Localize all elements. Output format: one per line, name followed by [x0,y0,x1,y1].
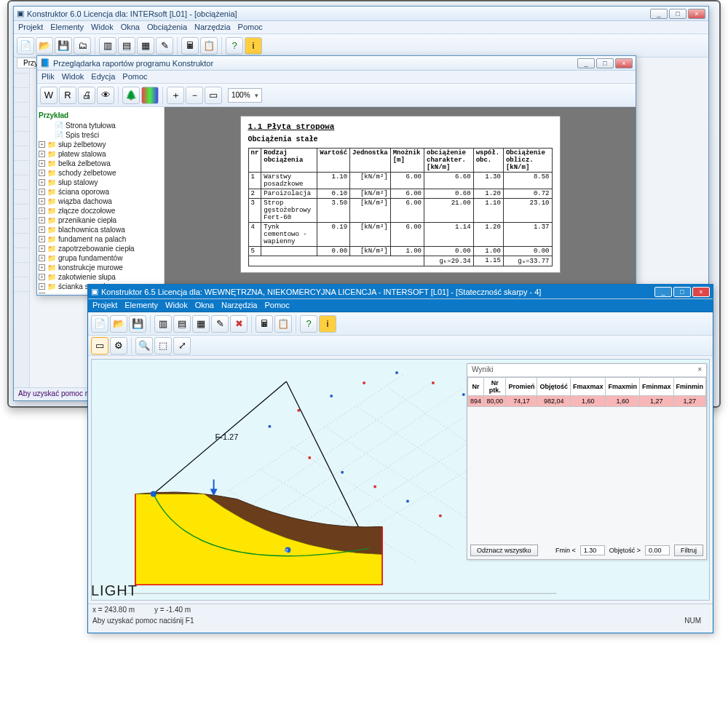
tb3-new-icon[interactable]: 📄 [91,315,108,333]
w2-menu-pomoc[interactable]: Pomoc [122,72,147,82]
tb3-layers-icon[interactable]: ▤ [173,315,191,333]
tree-expand-icon[interactable]: + [39,264,45,271]
tree-node[interactable]: +📁ściana oporowa [39,187,162,197]
tree-node[interactable]: +📁schody żelbetowe [39,168,162,178]
report-tree[interactable]: Przykład 📄Strona tytułowa📄Spis treści+📁s… [37,107,165,293]
tree-expand-icon[interactable]: + [39,236,45,242]
w2-titlebar[interactable]: 📘 Przeglądarka raportów programu Konstru… [37,56,636,71]
tree-expand-icon[interactable]: + [39,207,45,214]
w3-menu-pomoc[interactable]: Pomoc [265,301,290,310]
w3-titlebar[interactable]: ▣ Konstruktor 6.5 Licencja dla: WEWNĘTRZ… [88,285,713,299]
tree-expand-icon[interactable]: + [39,160,45,167]
tb-tool2-icon[interactable]: ▤ [118,37,135,55]
obj-input[interactable]: 0.00 [645,545,670,555]
tree-node[interactable]: +📁konstrukcje murowe [39,263,162,272]
w1-menu-elementy[interactable]: Elementy [50,23,84,32]
tree-node[interactable]: +📁płatew stalowa [39,149,162,159]
tb3-report-icon[interactable]: 📋 [274,315,292,333]
tb-help-icon[interactable]: ? [226,37,243,55]
w3-min-button[interactable]: _ [654,287,672,297]
tree-node[interactable]: +📁słup żelbetowy [39,140,162,149]
w2-max-button[interactable]: □ [596,58,614,68]
tb3-zoomarea-icon[interactable]: ⬚ [154,337,172,355]
w2-min-button[interactable]: _ [577,58,595,68]
tb-calc-icon[interactable]: 🖩 [181,37,199,55]
tree-node[interactable]: +📁fundament na palach [39,234,162,244]
tb3-zoomfit-icon[interactable]: ⤢ [173,337,191,355]
tree-node[interactable]: +📁złącze doczołowe [39,206,162,215]
tree-expand-icon[interactable]: + [39,274,45,280]
tree-expand-icon[interactable]: + [39,293,45,293]
tree-node[interactable]: +📁przenikanie ciepła [39,215,162,225]
tb3-open-icon[interactable]: 📂 [110,315,127,333]
w2-menu-widok[interactable]: Widok [62,72,84,82]
tb3-info-icon[interactable]: i [319,315,336,333]
w1-menu-okna[interactable]: Okna [121,23,140,32]
tree-expand-icon[interactable]: + [39,189,45,195]
tree-expand-icon[interactable]: + [39,245,45,252]
w1-menu-narzedzia[interactable]: Narzędzia [194,23,231,32]
tree-expand-icon[interactable]: + [39,179,45,186]
tb-tool3-icon[interactable]: ▦ [137,37,154,55]
tree-expand-icon[interactable]: + [39,170,45,176]
report-canvas[interactable]: 1.1 Płyta stropowa Obciążenia stałe nrRo… [165,107,636,293]
w3-menu-widok[interactable]: Widok [165,301,188,310]
w1-menu-widok[interactable]: Widok [91,23,114,32]
tb3-help-icon[interactable]: ? [300,315,317,333]
tb-export-rtf-icon[interactable]: R [59,87,76,104]
tb-zoomout-icon[interactable]: － [186,87,203,104]
tb-saveall-icon[interactable]: 🗂 [74,37,91,55]
w3-max-button[interactable]: □ [673,287,691,297]
tb3-geom-icon[interactable]: ▥ [154,315,172,333]
w1-close-button[interactable]: × [688,9,705,19]
tb-export-word-icon[interactable]: W [40,87,58,104]
tree-node[interactable]: +📁słup stalowy [39,178,162,187]
tb-print-icon[interactable]: 🖨 [78,87,95,104]
results-panel[interactable]: Wyniki × NrNr ptk.PromieńObjętośćFmaxmax… [467,363,707,560]
tb3-select-icon[interactable]: ▭ [91,337,108,355]
tree-node[interactable]: 📄Spis treści [39,130,162,140]
tree-node[interactable]: +📁zapotrzebowanie ciepła [39,244,162,253]
tree-expand-icon[interactable]: + [39,217,45,223]
w1-min-button[interactable]: _ [650,9,668,19]
w2-menu-plik[interactable]: Plik [41,72,55,82]
filter-button[interactable]: Filtruj [674,545,703,556]
tb3-save-icon[interactable]: 💾 [129,315,146,333]
results-close-icon[interactable]: × [697,365,702,375]
tb-open-icon[interactable]: 📂 [36,37,53,55]
tree-node[interactable]: 📄Strona tytułowa [39,121,162,130]
tree-root[interactable]: Przykład [39,110,162,121]
tree-node[interactable]: +📁blachownica stalowa [39,225,162,234]
tree-node[interactable]: +📁grupa fundamentów [39,253,162,263]
tb3-zoomin-icon[interactable]: 🔍 [135,337,153,355]
tb-fitpage-icon[interactable]: ▭ [205,87,222,104]
w2-close-button[interactable]: × [615,58,633,68]
w1-menu-projekt[interactable]: Projekt [18,23,43,32]
w1-titlebar[interactable]: ▣ Konstruktor 6.0 Licencja dla: INTERsof… [14,7,708,21]
w3-menu-elementy[interactable]: Elementy [124,301,158,310]
tree-expand-icon[interactable]: + [39,141,45,148]
tb-report-icon[interactable]: 📋 [200,37,218,55]
tb-tool1-icon[interactable]: ▥ [99,37,116,55]
tree-expand-icon[interactable]: + [39,255,45,261]
tb-preview-icon[interactable]: 👁 [97,87,114,104]
tb-color-icon[interactable] [141,87,159,104]
tb3-delete-icon[interactable]: ✖ [230,315,248,333]
fmin-input[interactable]: 1.30 [580,545,605,555]
tb3-calc-icon[interactable]: 🖩 [256,315,273,333]
tb-zoomin-icon[interactable]: ＋ [167,87,184,104]
w1-menu-pomoc[interactable]: Pomoc [238,23,263,32]
tb-new-icon[interactable]: 📄 [17,37,34,55]
tb3-settings-icon[interactable]: ⚙ [110,337,127,355]
tb3-loads-icon[interactable]: ▦ [192,315,210,333]
w1-menu-obciazenia[interactable]: Obciążenia [147,23,187,32]
tree-expand-icon[interactable]: + [39,283,45,290]
tree-node[interactable]: +📁belka żelbetowa [39,159,162,168]
tree-node[interactable]: +📁zakotwienie słupa [39,272,162,282]
tree-expand-icon[interactable]: + [39,198,45,205]
tb-tool4-icon[interactable]: ✎ [156,37,173,55]
tb3-edit-icon[interactable]: ✎ [211,315,229,333]
tree-expand-icon[interactable]: + [39,151,45,157]
w3-close-button[interactable]: × [692,287,710,297]
deselect-all-button[interactable]: Odznacz wszystko [470,545,538,556]
